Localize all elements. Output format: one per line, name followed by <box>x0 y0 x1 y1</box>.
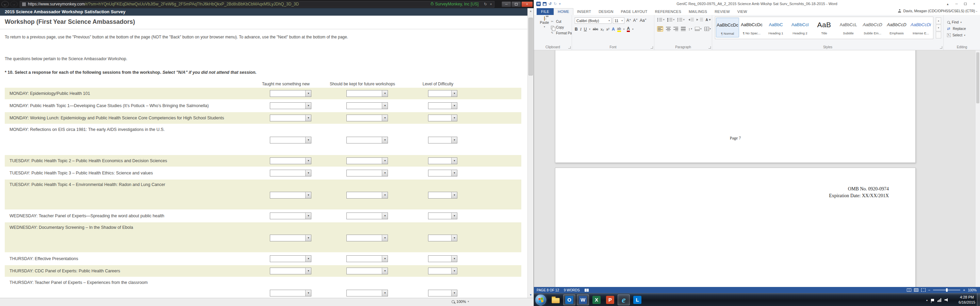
taught-select[interactable] <box>270 90 311 97</box>
highlight-color-button[interactable]: ab <box>617 27 621 32</box>
zoom-slider-thumb[interactable] <box>946 288 948 292</box>
forward-button[interactable]: → <box>10 1 18 7</box>
keep-select[interactable] <box>347 114 388 121</box>
borders-button[interactable]: ▾ <box>705 27 711 31</box>
style-subtle-emphasis[interactable]: AaBbCcDSubtle Em... <box>861 18 884 37</box>
taskbar-powerpoint[interactable]: P <box>604 295 616 305</box>
taskbar-lync[interactable]: L <box>631 295 643 305</box>
style-subtitle[interactable]: AaBbCcLSubtitle <box>837 18 860 37</box>
grow-font-button[interactable]: A▴ <box>627 18 631 23</box>
restore-button[interactable] <box>961 2 970 6</box>
difficulty-select[interactable] <box>428 255 457 262</box>
taught-select[interactable] <box>270 170 311 176</box>
style-intense-emphasis[interactable]: AaBbCcDiIntense E... <box>909 18 932 37</box>
browser-scrollbar[interactable]: ▲ ▼ <box>527 8 533 298</box>
keep-select[interactable] <box>347 137 388 143</box>
difficulty-select[interactable] <box>428 290 457 296</box>
decrease-indent-button[interactable] <box>687 18 694 22</box>
keep-select[interactable] <box>347 102 388 109</box>
tab-home[interactable]: HOME <box>554 8 573 15</box>
word-count[interactable]: 9 WORDS <box>564 288 580 292</box>
shrink-font-button[interactable]: A▾ <box>633 18 638 23</box>
document-page-7[interactable]: Page 7 <box>555 50 916 163</box>
taught-select[interactable] <box>270 235 311 241</box>
gallery-more-button[interactable] <box>936 32 941 38</box>
keep-select[interactable] <box>347 212 388 219</box>
zoom-in-button[interactable]: + <box>963 288 965 292</box>
style-heading-1[interactable]: AaBbCHeading 1 <box>764 18 788 37</box>
dialog-launcher-icon[interactable] <box>940 46 942 49</box>
difficulty-select[interactable] <box>428 192 457 198</box>
keep-select[interactable] <box>347 157 388 164</box>
tab-references[interactable]: REFERENCES <box>651 8 685 15</box>
style-title[interactable]: AaBTitle <box>813 18 836 37</box>
stop-icon[interactable]: × <box>490 2 492 6</box>
dialog-launcher-icon[interactable] <box>568 46 571 49</box>
scrollbar-thumb[interactable] <box>528 18 533 76</box>
hidden-icons-button[interactable]: ▴ <box>926 298 928 301</box>
document-scrollbar[interactable] <box>975 50 980 287</box>
taught-select[interactable] <box>270 137 311 143</box>
taught-select[interactable] <box>270 268 311 274</box>
account-user[interactable]: Davis, Meagan (CDC/OPHSS/CSELS) (CTR) - <box>898 9 977 13</box>
back-button[interactable]: ← <box>2 1 9 7</box>
read-mode-button[interactable] <box>907 288 911 292</box>
difficulty-select[interactable] <box>428 102 457 109</box>
keep-select[interactable] <box>347 290 388 296</box>
network-icon[interactable] <box>937 298 941 302</box>
style-emphasis[interactable]: AaBbCcDEmphasis <box>885 18 908 37</box>
font-color-button[interactable]: A <box>627 27 630 32</box>
zoom-slider[interactable] <box>933 290 960 290</box>
difficulty-select[interactable] <box>428 157 457 164</box>
taught-select[interactable] <box>270 114 311 121</box>
zoom-percent[interactable]: 100% <box>968 288 977 292</box>
subscript-button[interactable]: x₂ <box>601 27 604 32</box>
taskbar-excel[interactable]: X <box>590 295 603 305</box>
style-normal[interactable]: AaBbCcDc¶ Normal <box>716 18 739 37</box>
zoom-control[interactable]: 100% ▾ <box>452 300 469 304</box>
paste-button[interactable]: Paste ▾ <box>537 17 552 43</box>
minimize-button[interactable]: ─ <box>501 2 511 7</box>
difficulty-select[interactable] <box>428 212 457 219</box>
maximize-button[interactable] <box>511 2 521 7</box>
tab-insert[interactable]: INSERT <box>573 8 595 15</box>
keep-select[interactable] <box>347 90 388 97</box>
style-no-spacing[interactable]: AaBbCcDc¶ No Spac... <box>740 18 763 37</box>
undo-icon[interactable]: ↺ <box>549 2 552 6</box>
tab-page-layout[interactable]: PAGE LAYOUT <box>617 8 651 15</box>
taught-select[interactable] <box>270 255 311 262</box>
qat-customize-icon[interactable]: ▾ <box>559 2 561 6</box>
refresh-icon[interactable]: ↻ <box>484 2 487 6</box>
scroll-down-icon[interactable]: ▼ <box>528 292 533 298</box>
select-button[interactable]: ↖Select▾ <box>947 32 966 38</box>
style-heading-2[interactable]: AaBbCclHeading 2 <box>788 18 811 37</box>
dialog-launcher-icon[interactable] <box>708 46 711 49</box>
address-bar[interactable]: https://www.surveymonkey.com /r/?sm=hYQn… <box>20 1 495 8</box>
justify-button[interactable] <box>681 27 686 31</box>
multilevel-list-button[interactable]: ▾ <box>677 18 685 22</box>
zoom-out-button[interactable]: − <box>928 288 930 292</box>
taskbar-file-explorer[interactable] <box>550 295 562 305</box>
tab-view[interactable]: VIEW <box>733 8 751 15</box>
taskbar-outlook[interactable]: O <box>563 295 576 305</box>
difficulty-select[interactable] <box>428 137 457 143</box>
bold-button[interactable]: B <box>575 27 578 32</box>
document-page-8[interactable]: OMB No. 0920-0974 Expiration Date: XX/XX… <box>555 168 916 287</box>
page-indicator[interactable]: PAGE 8 OF 12 <box>537 288 559 292</box>
difficulty-select[interactable] <box>428 235 457 241</box>
find-button[interactable]: Find▾ <box>947 19 966 25</box>
minimize-button[interactable]: ─ <box>952 2 961 6</box>
gallery-up-button[interactable]: ▴ <box>936 17 941 24</box>
font-size-select[interactable]: 11▾ <box>613 17 624 24</box>
align-center-button[interactable] <box>666 27 671 31</box>
text-effects-button[interactable]: A <box>612 27 615 32</box>
scroll-up-icon[interactable]: ▲ <box>528 8 533 14</box>
show-desktop-button[interactable] <box>977 293 980 306</box>
copy-button[interactable]: Copy <box>551 24 572 30</box>
tab-review[interactable]: REVIEW <box>711 8 733 15</box>
ribbon-display-options-button[interactable]: ▴ <box>943 2 952 6</box>
format-painter-button[interactable]: ✎Format Painter <box>551 30 572 36</box>
numbering-button[interactable]: ▾ <box>667 18 675 22</box>
align-right-button[interactable] <box>673 27 678 31</box>
scrollbar-thumb[interactable] <box>976 52 979 103</box>
